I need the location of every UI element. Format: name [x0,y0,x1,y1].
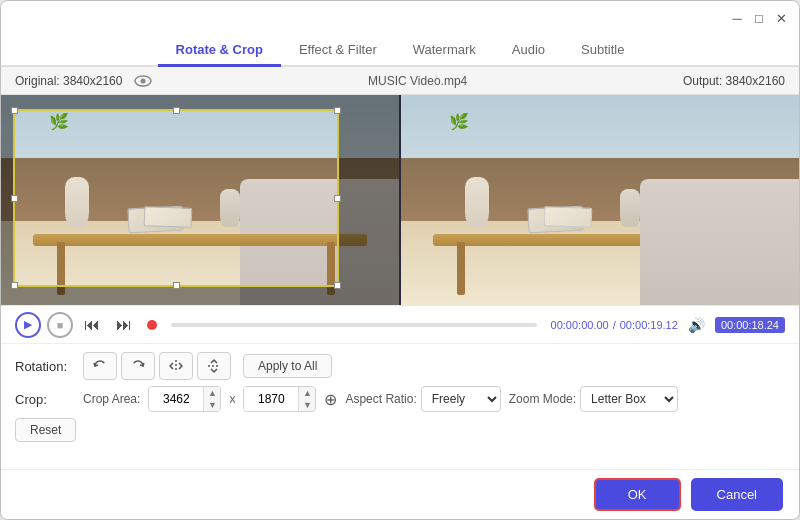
title-bar: ─ □ ✕ [1,1,799,29]
tab-audio[interactable]: Audio [494,35,563,67]
crop-width-input[interactable] [149,387,203,411]
output-size: Output: 3840x2160 [683,74,785,88]
crop-width-arrows: ▲ ▼ [203,387,220,411]
volume-icon[interactable]: 🔊 [688,317,705,333]
aspect-ratio-label: Aspect Ratio: [345,392,416,406]
time-badge-group: 00:00:18.24 [715,317,785,332]
record-indicator [147,320,157,330]
aspect-ratio-select[interactable]: Freely 16:9 4:3 1:1 9:16 [421,386,501,412]
rotation-label: Rotation: [15,359,75,374]
flip-v-button[interactable] [197,352,231,380]
crop-height-up[interactable]: ▲ [299,387,315,399]
time-current: 00:00:00.00 [551,319,609,331]
original-size: Original: 3840x2160 [15,74,122,88]
apply-to-all-button[interactable]: Apply to All [243,354,332,378]
time-display-group: 00:00:00.00 / 00:00:19.12 [551,319,678,331]
aspect-ratio-group: Aspect Ratio: Freely 16:9 4:3 1:1 9:16 [345,386,500,412]
tab-rotate-crop[interactable]: Rotate & Crop [158,35,281,67]
crop-height-arrows: ▲ ▼ [298,387,315,411]
time-badge: 00:00:18.24 [715,317,785,333]
minimize-button[interactable]: ─ [729,10,745,26]
controls-bar: ▶ ■ ⏮ ⏭ 00:00:00.00 / 00:00:19.12 🔊 00:0… [1,305,799,343]
rotation-row: Rotation: [15,352,785,380]
reset-button[interactable]: Reset [15,418,76,442]
preview-left: 🌿 [1,95,399,305]
crop-height-input[interactable] [244,387,298,411]
x-separator: x [229,392,235,406]
ok-button[interactable]: OK [594,478,681,511]
rotation-buttons [83,352,231,380]
close-button[interactable]: ✕ [773,10,789,26]
tab-bar: Rotate & Crop Effect & Filter Watermark … [1,29,799,67]
next-frame-button[interactable]: ⏭ [111,312,137,338]
filename-label: MUSIC Video.mp4 [152,74,682,88]
svg-point-1 [141,78,146,83]
crop-width-down[interactable]: ▼ [204,399,220,411]
preview-toggle-icon[interactable] [134,75,152,87]
rotate-cw-button[interactable] [121,352,155,380]
cancel-button[interactable]: Cancel [691,478,783,511]
tab-effect-filter[interactable]: Effect & Filter [281,35,395,67]
info-bar: Original: 3840x2160 MUSIC Video.mp4 Outp… [1,67,799,95]
maximize-button[interactable]: □ [751,10,767,26]
footer: OK Cancel [1,469,799,519]
crop-area-label: Crop Area: [83,392,140,406]
preview-area: 🌿 [1,95,799,305]
crop-height-input-group: ▲ ▼ [243,386,316,412]
crop-width-up[interactable]: ▲ [204,387,220,399]
zoom-mode-group: Zoom Mode: Letter Box Pan & Scan Full [509,386,678,412]
rotate-ccw-button[interactable] [83,352,117,380]
zoom-mode-label: Zoom Mode: [509,392,576,406]
zoom-mode-select[interactable]: Letter Box Pan & Scan Full [580,386,678,412]
crosshair-icon[interactable]: ⊕ [324,390,337,409]
tab-watermark[interactable]: Watermark [395,35,494,67]
main-window: ─ □ ✕ Rotate & Crop Effect & Filter Wate… [0,0,800,520]
reset-row: Reset [15,418,785,442]
preview-right: 🌿 [401,95,799,305]
flip-h-button[interactable] [159,352,193,380]
prev-frame-button[interactable]: ⏮ [79,312,105,338]
crop-label: Crop: [15,392,75,407]
timeline-track[interactable] [171,323,537,327]
crop-row: Crop: Crop Area: ▲ ▼ x ▲ ▼ ⊕ Aspect Rati… [15,386,785,412]
settings-panel: Rotation: [1,343,799,448]
play-button[interactable]: ▶ [15,312,41,338]
tab-subtitle[interactable]: Subtitle [563,35,642,67]
time-total: 00:00:19.12 [620,319,678,331]
stop-button[interactable]: ■ [47,312,73,338]
crop-width-input-group: ▲ ▼ [148,386,221,412]
crop-height-down[interactable]: ▼ [299,399,315,411]
